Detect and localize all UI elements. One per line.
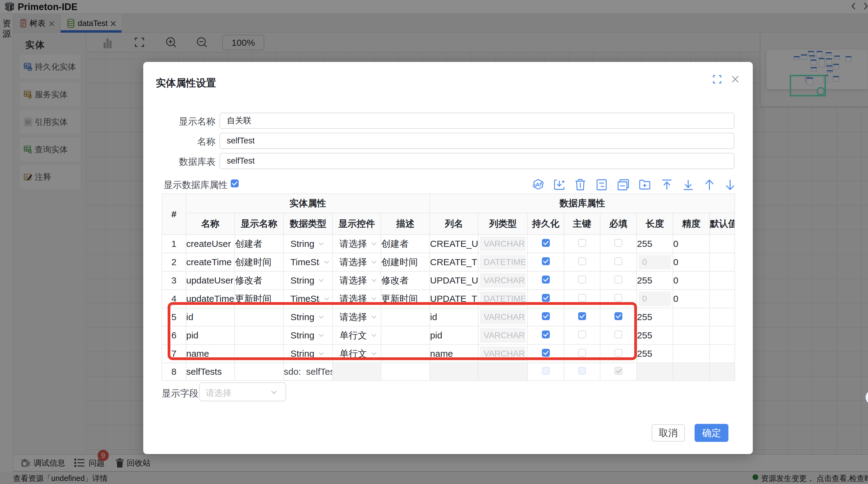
svg-text:AI: AI — [536, 182, 541, 188]
